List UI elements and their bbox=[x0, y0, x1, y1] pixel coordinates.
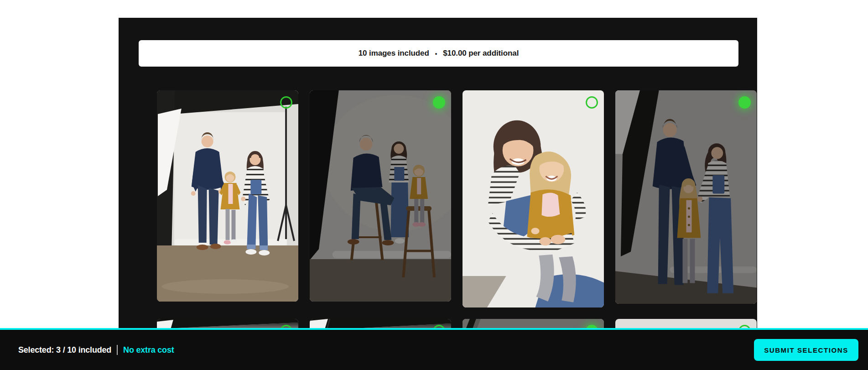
dot-separator: • bbox=[435, 51, 437, 57]
gallery-panel: 10 images included • $10.00 per addition… bbox=[119, 18, 757, 370]
photo-thumbnail-mother-daughter[interactable] bbox=[463, 90, 604, 307]
selection-circle-icon[interactable] bbox=[738, 96, 751, 109]
photo-thumbnail-family-standing[interactable] bbox=[615, 90, 757, 304]
photo-image bbox=[157, 90, 298, 302]
selected-count-text: Selected: 3 / 10 included bbox=[18, 345, 111, 355]
selection-circle-icon[interactable] bbox=[433, 96, 445, 109]
submit-selections-button[interactable]: SUBMIT SELECTIONS bbox=[754, 339, 858, 361]
selection-circle-icon[interactable] bbox=[586, 96, 598, 109]
photo-image bbox=[615, 90, 757, 304]
photo-image bbox=[463, 90, 604, 307]
pricing-banner: 10 images included • $10.00 per addition… bbox=[139, 40, 738, 67]
selection-circle-icon[interactable] bbox=[280, 96, 292, 109]
photo-thumbnail-family-stools[interactable] bbox=[310, 90, 451, 302]
price-text: $10.00 per additional bbox=[443, 49, 519, 58]
divider bbox=[117, 345, 118, 355]
photo-image bbox=[310, 90, 451, 302]
footer-bar: Selected: 3 / 10 included No extra cost … bbox=[0, 328, 868, 370]
included-count-text: 10 images included bbox=[359, 49, 429, 58]
photo-thumbnail-family-walking[interactable] bbox=[157, 90, 298, 302]
no-extra-cost-text: No extra cost bbox=[123, 345, 174, 355]
selection-status: Selected: 3 / 10 included No extra cost bbox=[18, 345, 174, 355]
